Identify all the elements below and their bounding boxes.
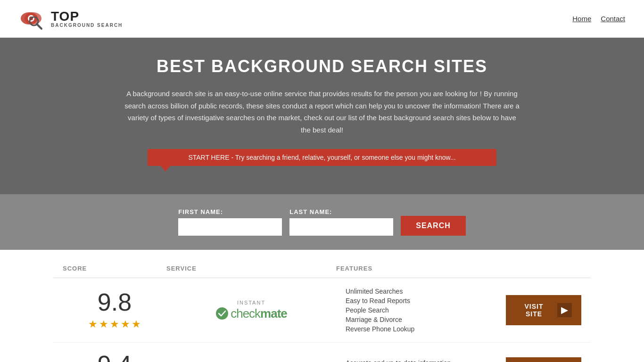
feature-2-0: Accurate and up-to-date information <box>346 359 506 362</box>
feature-1-0: Unlimited Searches <box>346 288 506 295</box>
service-cell-1: instant checkmate <box>166 300 336 321</box>
nav-contact[interactable]: Contact <box>601 15 625 23</box>
last-name-group: LAST NAME: <box>289 208 393 236</box>
last-name-input[interactable] <box>289 218 393 236</box>
checkmate-label: instant <box>237 300 265 305</box>
col-header-features: FEATURES <box>336 265 506 272</box>
logo-text: TOP BACKGROUND SEARCH <box>51 10 123 28</box>
score-cell-2: 9.4 ★ ★ ★ ★ ★ <box>63 352 166 362</box>
feature-1-2: People Search <box>346 306 506 314</box>
stars-1: ★ ★ ★ ★ ★ <box>88 318 141 330</box>
last-name-label: LAST NAME: <box>289 208 393 215</box>
hero-description: A background search site is an easy-to-u… <box>124 88 520 136</box>
callout-bubble: START HERE - Try searching a friend, rel… <box>148 149 496 166</box>
search-button[interactable]: SEARCH <box>401 216 466 236</box>
feature-1-1: Easy to Read Reports <box>346 297 506 304</box>
star-3: ★ <box>110 318 119 330</box>
visit-arrow-1: ▶ <box>557 303 572 317</box>
logo: TOP BACKGROUND SEARCH <box>19 7 123 31</box>
main-nav: Home Contact <box>572 15 625 23</box>
first-name-group: FIRST NAME: <box>178 208 282 236</box>
checkmate-text: checkmate <box>231 306 287 321</box>
col-header-action <box>506 265 581 272</box>
logo-bottom-text: BACKGROUND SEARCH <box>51 23 123 28</box>
visit-button-2[interactable]: VISIT SITE ▶ <box>506 357 581 362</box>
col-header-score: SCORE <box>63 265 166 272</box>
checkmate-icon <box>215 307 229 320</box>
star-2: ★ <box>99 318 108 330</box>
feature-1-3: Marriage & Divorce <box>346 316 506 323</box>
hero-section: BEST BACKGROUND SEARCH SITES A backgroun… <box>0 38 644 194</box>
search-form: FIRST NAME: LAST NAME: SEARCH <box>9 208 635 236</box>
features-cell-2: Accurate and up-to-date information Unli… <box>336 359 506 362</box>
logo-icon <box>19 7 47 31</box>
table-row: 9.8 ★ ★ ★ ★ ★ instant checkmate <box>53 278 591 343</box>
table-header: SCORE SERVICE FEATURES <box>53 259 591 278</box>
search-form-wrapper: FIRST NAME: LAST NAME: SEARCH <box>0 194 644 250</box>
star-1: ★ <box>88 318 98 330</box>
visit-cell-1: VISIT SITE ▶ <box>506 295 581 325</box>
svg-line-4 <box>37 24 41 29</box>
search-callout: START HERE - Try searching a friend, rel… <box>148 149 496 166</box>
score-value-1: 9.8 <box>98 290 132 314</box>
visit-label-1: VISIT SITE <box>515 303 553 318</box>
features-cell-1: Unlimited Searches Easy to Read Reports … <box>336 288 506 333</box>
score-value-2: 9.4 <box>98 352 132 362</box>
results-table: SCORE SERVICE FEATURES 9.8 ★ ★ ★ ★ ★ ins… <box>44 250 600 362</box>
star-4: ★ <box>121 318 130 330</box>
star-5: ★ <box>132 318 141 330</box>
svg-point-6 <box>216 307 228 320</box>
score-cell-1: 9.8 ★ ★ ★ ★ ★ <box>63 290 166 330</box>
site-header: TOP BACKGROUND SEARCH Home Contact <box>0 0 644 38</box>
nav-home[interactable]: Home <box>572 15 591 23</box>
visit-cell-2: VISIT SITE ▶ <box>506 357 581 362</box>
table-row: 9.4 ★ ★ ★ ★ ★ PeopleLooker Accurate and … <box>53 343 591 362</box>
hero-title: BEST BACKGROUND SEARCH SITES <box>9 57 635 76</box>
first-name-input[interactable] <box>178 218 282 236</box>
col-header-service: SERVICE <box>166 265 336 272</box>
visit-button-1[interactable]: VISIT SITE ▶ <box>506 295 581 325</box>
logo-top-text: TOP <box>51 10 123 23</box>
first-name-label: FIRST NAME: <box>178 208 282 215</box>
feature-1-4: Reverse Phone Lookup <box>346 325 506 333</box>
checkmate-logo: instant checkmate <box>215 300 287 321</box>
